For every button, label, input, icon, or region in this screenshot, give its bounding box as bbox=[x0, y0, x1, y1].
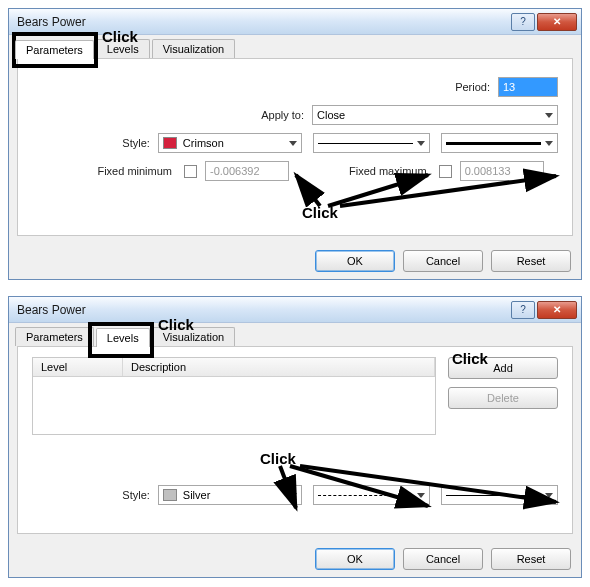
line-thin-icon bbox=[446, 495, 541, 496]
tab-visualization[interactable]: Visualization bbox=[152, 39, 236, 58]
ok-button[interactable]: OK bbox=[315, 250, 395, 272]
tab-levels[interactable]: Levels bbox=[96, 39, 150, 58]
style-line-combo[interactable] bbox=[313, 133, 430, 153]
period-input[interactable]: 13 bbox=[498, 77, 558, 97]
silver-swatch bbox=[163, 489, 177, 501]
style-color-combo[interactable]: Silver bbox=[158, 485, 302, 505]
panel-parameters: Period: 13 Apply to: Close Style: Crimso… bbox=[17, 58, 573, 236]
titlebar[interactable]: Bears Power ? ✕ bbox=[9, 297, 581, 323]
tab-parameters[interactable]: Parameters bbox=[15, 40, 94, 59]
tab-levels[interactable]: Levels bbox=[96, 328, 150, 347]
style-color-value: Crimson bbox=[183, 137, 224, 149]
applyto-value: Close bbox=[317, 109, 345, 121]
button-row: OK Cancel Reset bbox=[9, 542, 581, 580]
fixmax-checkbox[interactable] bbox=[439, 165, 452, 178]
cancel-button[interactable]: Cancel bbox=[403, 548, 483, 570]
applyto-combo[interactable]: Close bbox=[312, 105, 558, 125]
applyto-label: Apply to: bbox=[102, 109, 312, 121]
line-dash-icon bbox=[318, 495, 413, 496]
panel-levels: Level Description Add Delete Style: Silv… bbox=[17, 346, 573, 534]
dialog-levels: Bears Power ? ✕ Parameters Levels Visual… bbox=[8, 296, 582, 578]
tab-row: Parameters Levels Visualization bbox=[9, 35, 581, 58]
levels-list[interactable]: Level Description bbox=[32, 357, 436, 435]
line-thin-icon bbox=[318, 143, 413, 144]
close-button[interactable]: ✕ bbox=[537, 301, 577, 319]
style-label: Style: bbox=[32, 137, 158, 149]
tab-parameters[interactable]: Parameters bbox=[15, 327, 94, 346]
fixmin-label: Fixed minimum bbox=[32, 165, 180, 177]
list-header: Level Description bbox=[33, 358, 435, 377]
close-button[interactable]: ✕ bbox=[537, 13, 577, 31]
fixmin-input[interactable]: -0.006392 bbox=[205, 161, 289, 181]
delete-button[interactable]: Delete bbox=[448, 387, 558, 409]
tab-row: Parameters Levels Visualization bbox=[9, 323, 581, 346]
line-thick-icon bbox=[446, 142, 541, 145]
titlebar[interactable]: Bears Power ? ✕ bbox=[9, 9, 581, 35]
window-title: Bears Power bbox=[17, 15, 509, 29]
window-title: Bears Power bbox=[17, 303, 509, 317]
ok-button[interactable]: OK bbox=[315, 548, 395, 570]
reset-button[interactable]: Reset bbox=[491, 548, 571, 570]
style-weight-combo[interactable] bbox=[441, 485, 558, 505]
button-row: OK Cancel Reset bbox=[9, 244, 581, 282]
fixmax-label: Fixed maximum bbox=[349, 165, 435, 177]
col-description[interactable]: Description bbox=[123, 358, 435, 376]
style-line-combo[interactable] bbox=[313, 485, 430, 505]
add-button[interactable]: Add bbox=[448, 357, 558, 379]
style-color-combo[interactable]: Crimson bbox=[158, 133, 302, 153]
help-button[interactable]: ? bbox=[511, 13, 535, 31]
fixmin-checkbox[interactable] bbox=[184, 165, 197, 178]
fixmax-input[interactable]: 0.008133 bbox=[460, 161, 544, 181]
style-color-value: Silver bbox=[183, 489, 211, 501]
cancel-button[interactable]: Cancel bbox=[403, 250, 483, 272]
tab-visualization[interactable]: Visualization bbox=[152, 327, 236, 346]
help-button[interactable]: ? bbox=[511, 301, 535, 319]
dialog-parameters: Bears Power ? ✕ Parameters Levels Visual… bbox=[8, 8, 582, 280]
col-level[interactable]: Level bbox=[33, 358, 123, 376]
reset-button[interactable]: Reset bbox=[491, 250, 571, 272]
style-weight-combo[interactable] bbox=[441, 133, 558, 153]
crimson-swatch bbox=[163, 137, 177, 149]
style-label: Style: bbox=[32, 489, 158, 501]
period-label: Period: bbox=[455, 81, 498, 93]
